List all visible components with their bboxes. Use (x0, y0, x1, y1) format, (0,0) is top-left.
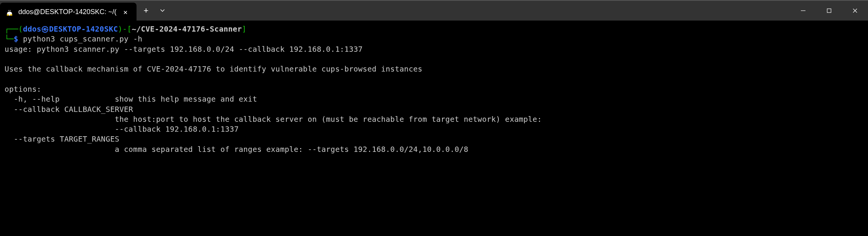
terminal-content[interactable]: ┌──(ddos㉿DESKTOP-1420SKC)-[~/CVE-2024-47… (0, 21, 868, 158)
maximize-button[interactable] (816, 1, 842, 21)
tux-icon (5, 8, 14, 16)
svg-point-6 (10, 10, 10, 11)
prompt-path: ~/CVE-2024-47176-Scanner (132, 25, 242, 33)
svg-point-7 (7, 14, 9, 16)
prompt-decoration: ] (242, 25, 246, 33)
output-targets-flag: --targets TARGET_RANGES (5, 135, 119, 144)
output-targets-desc: a comma separated list of ranges example… (5, 145, 468, 154)
prompt-decoration: └─ (5, 35, 14, 43)
command-text: python3 cups_scanner.py -h (23, 35, 142, 43)
tab-title: ddos@DESKTOP-1420SKC: ~/( (18, 8, 117, 16)
titlebar: ddos@DESKTOP-1420SKC: ~/( ✕ + (0, 0, 868, 21)
terminal-tab[interactable]: ddos@DESKTOP-1420SKC: ~/( ✕ (0, 3, 137, 21)
prompt-symbol: $ (14, 35, 18, 43)
titlebar-left: ddos@DESKTOP-1420SKC: ~/( ✕ + (0, 1, 170, 21)
output-help-line: -h, --help show this help message and ex… (5, 95, 257, 104)
svg-rect-10 (827, 9, 831, 13)
svg-point-8 (10, 14, 12, 16)
close-window-button[interactable] (842, 1, 868, 21)
tab-dropdown-button[interactable] (155, 8, 170, 14)
window-controls (790, 1, 868, 21)
output-callback-desc: the host:port to host the callback serve… (5, 115, 542, 124)
prompt-decoration: ┌──( (5, 25, 23, 33)
new-tab-button[interactable]: + (137, 6, 155, 16)
minimize-button[interactable] (790, 1, 816, 21)
output-description: Uses the callback mechanism of CVE-2024-… (5, 65, 423, 73)
prompt-at-symbol: ㉿ (41, 25, 49, 33)
svg-point-5 (9, 10, 9, 11)
output-callback-desc: --callback 192.168.0.1:1337 (5, 125, 239, 134)
output-callback-flag: --callback CALLBACK_SERVER (5, 105, 133, 114)
prompt-user: ddos (23, 25, 41, 33)
output-usage: usage: python3 scanner.py --targets 192.… (5, 45, 363, 54)
prompt-host: DESKTOP-1420SKC (49, 25, 118, 33)
prompt-decoration: )-[ (118, 25, 132, 33)
output-options-header: options: (5, 85, 41, 94)
close-tab-button[interactable]: ✕ (121, 6, 130, 18)
